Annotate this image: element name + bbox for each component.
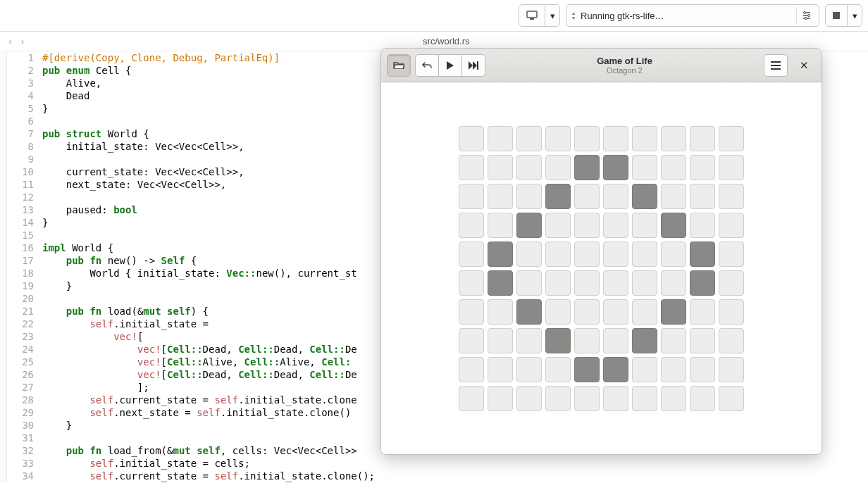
gol-cell[interactable] <box>603 184 628 209</box>
stop-dropdown[interactable]: ▾ <box>847 4 862 27</box>
gol-cell[interactable] <box>516 299 542 325</box>
gol-cell[interactable] <box>545 155 571 180</box>
gol-cell[interactable] <box>632 213 657 238</box>
gol-cell[interactable] <box>488 357 513 382</box>
gol-cell[interactable] <box>632 386 657 411</box>
gol-cell[interactable] <box>632 126 657 151</box>
gol-cell[interactable] <box>488 299 513 325</box>
reset-button[interactable] <box>415 54 439 77</box>
gol-cell[interactable] <box>603 386 628 411</box>
gol-cell[interactable] <box>545 299 571 325</box>
gol-cell[interactable] <box>545 213 571 238</box>
code-text[interactable]: self.initial_state = cells; <box>42 457 868 470</box>
gol-cell[interactable] <box>690 357 715 382</box>
gol-cell[interactable] <box>719 270 744 296</box>
gol-cell[interactable] <box>516 126 542 151</box>
gol-cell[interactable] <box>459 213 484 238</box>
gol-cell[interactable] <box>603 328 628 353</box>
gol-cell[interactable] <box>690 328 715 353</box>
gol-cell[interactable] <box>516 357 542 382</box>
gol-cell[interactable] <box>661 213 686 238</box>
gol-cell[interactable] <box>516 184 542 209</box>
gol-cell[interactable] <box>574 386 600 411</box>
nav-back-icon[interactable]: ‹ <box>8 35 12 48</box>
gol-cell[interactable] <box>545 328 571 353</box>
open-button[interactable] <box>387 54 411 77</box>
nav-forward-icon[interactable]: › <box>20 35 24 48</box>
gol-cell[interactable] <box>603 213 628 238</box>
gol-cell[interactable] <box>488 386 513 411</box>
display-dropdown[interactable]: ▾ <box>545 4 560 27</box>
gol-cell[interactable] <box>661 299 686 325</box>
gol-cell[interactable] <box>574 357 600 382</box>
build-config-button[interactable] <box>796 7 816 24</box>
gol-cell[interactable] <box>632 184 657 209</box>
gol-cell[interactable] <box>574 242 600 267</box>
gol-cell[interactable] <box>574 328 600 353</box>
gol-cell[interactable] <box>545 270 571 296</box>
gol-cell[interactable] <box>574 270 600 296</box>
gol-cell[interactable] <box>459 184 484 209</box>
gol-cell[interactable] <box>488 270 513 296</box>
run-target-combo[interactable]: ▴▾ Running gtk-rs-life… <box>566 4 819 27</box>
gol-cell[interactable] <box>690 299 715 325</box>
gol-cell[interactable] <box>459 242 484 267</box>
gol-cell[interactable] <box>661 126 686 151</box>
gol-cell[interactable] <box>603 357 628 382</box>
gol-cell[interactable] <box>459 386 484 411</box>
gol-cell[interactable] <box>661 242 686 267</box>
gol-cell[interactable] <box>719 213 744 238</box>
gol-cell[interactable] <box>574 299 600 325</box>
gol-cell[interactable] <box>719 386 744 411</box>
gol-cell[interactable] <box>690 155 715 180</box>
gol-cell[interactable] <box>574 213 600 238</box>
gol-cell[interactable] <box>661 357 686 382</box>
gol-cell[interactable] <box>661 386 686 411</box>
gol-cell[interactable] <box>545 386 571 411</box>
gol-cell[interactable] <box>719 357 744 382</box>
gol-cell[interactable] <box>545 357 571 382</box>
gol-cell[interactable] <box>516 155 542 180</box>
gol-cell[interactable] <box>516 270 542 296</box>
gol-cell[interactable] <box>661 328 686 353</box>
gol-cell[interactable] <box>632 242 657 267</box>
gol-cell[interactable] <box>488 184 513 209</box>
gol-cell[interactable] <box>632 270 657 296</box>
gol-cell[interactable] <box>690 126 715 151</box>
gol-cell[interactable] <box>632 155 657 180</box>
gol-cell[interactable] <box>603 270 628 296</box>
gol-cell[interactable] <box>719 328 744 353</box>
display-button[interactable] <box>519 4 545 27</box>
gol-cell[interactable] <box>545 126 571 151</box>
gol-cell[interactable] <box>690 386 715 411</box>
gol-cell[interactable] <box>690 270 715 296</box>
gol-cell[interactable] <box>574 184 600 209</box>
gol-cell[interactable] <box>719 126 744 151</box>
gol-cell[interactable] <box>632 357 657 382</box>
gol-cell[interactable] <box>719 299 744 325</box>
gol-cell[interactable] <box>603 126 628 151</box>
close-button[interactable]: ✕ <box>792 54 816 77</box>
gol-cell[interactable] <box>632 299 657 325</box>
code-text[interactable]: self.current_state = self.initial_state.… <box>42 470 868 482</box>
gol-cell[interactable] <box>545 242 571 267</box>
stop-button[interactable] <box>825 4 848 27</box>
gol-cell[interactable] <box>574 155 600 180</box>
gol-cell[interactable] <box>632 328 657 353</box>
gol-cell[interactable] <box>488 242 513 267</box>
step-button[interactable] <box>461 54 485 77</box>
gol-cell[interactable] <box>574 126 600 151</box>
gol-cell[interactable] <box>459 328 484 353</box>
gol-cell[interactable] <box>661 155 686 180</box>
gol-cell[interactable] <box>516 213 542 238</box>
gol-cell[interactable] <box>459 126 484 151</box>
gol-cell[interactable] <box>690 242 715 267</box>
gol-cell[interactable] <box>488 328 513 353</box>
play-button[interactable] <box>438 54 462 77</box>
menu-button[interactable] <box>764 54 788 77</box>
gol-cell[interactable] <box>459 299 484 325</box>
gol-cell[interactable] <box>459 155 484 180</box>
gol-cell[interactable] <box>603 299 628 325</box>
gol-cell[interactable] <box>516 242 542 267</box>
gol-cell[interactable] <box>488 213 513 238</box>
